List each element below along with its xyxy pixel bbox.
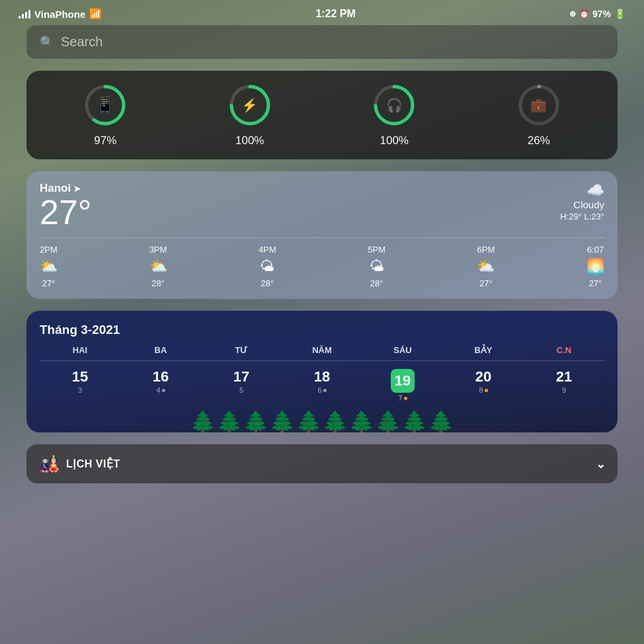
calendar-widget[interactable]: Tháng 3-2021 HAI BA TƯ NĂM SÁU BẢY C.N 1…: [26, 311, 618, 432]
weather-temperature: 27°: [40, 195, 92, 229]
dot-16: [162, 389, 165, 392]
forecast-item-5: 6:07 🌅 27°: [586, 245, 604, 288]
lich-viet-left: 🎎 LỊCH VIỆT: [38, 454, 120, 474]
lich-viet-icon: 🎎: [38, 454, 60, 474]
phone-ring: 📱: [83, 83, 128, 128]
forecast-item-3: 5PM 🌤 28°: [368, 245, 385, 288]
cal-day-17[interactable]: 17 5: [201, 366, 282, 405]
weather-hi-lo: H:29° L:23°: [560, 212, 604, 221]
day-sun: C.N: [524, 345, 604, 355]
cloud-icon: ☁️: [586, 182, 604, 198]
cal-day-21[interactable]: 21 9: [524, 366, 604, 405]
forecast-item-0: 2PM ⛅ 27°: [40, 245, 58, 288]
battery-widget: 📱 97% ⚡ 100% 🎧 10: [26, 71, 618, 159]
day-thu: NĂM: [282, 345, 362, 355]
status-left: VinaPhone 📶: [19, 8, 102, 20]
cal-day-20[interactable]: 20 8: [443, 366, 524, 405]
search-placeholder: Search: [61, 34, 102, 50]
calendar-title: Tháng 3-2021: [40, 323, 604, 337]
day-sat: BẢY: [443, 345, 524, 355]
case-percent: 26%: [528, 134, 550, 147]
weather-forecast: 2PM ⛅ 27° 3PM ⛅ 28° 4PM 🌤 28° 5PM 🌤 28° …: [40, 237, 604, 288]
day-fri: SÁU: [362, 345, 443, 355]
day-wed: TƯ: [201, 345, 282, 355]
battery-item-case: 💼 26%: [512, 83, 565, 147]
cal-day-15[interactable]: 15 3: [40, 366, 120, 405]
airpods-l-percent: 100%: [235, 134, 264, 147]
airpods-r-percent: 100%: [380, 134, 409, 147]
status-bar: VinaPhone 📶 1:22 PM ⊕ ⏰ 97% 🔋: [0, 0, 644, 25]
case-icon: 💼: [530, 97, 547, 113]
case-ring: 💼: [516, 83, 561, 128]
status-time: 1:22 PM: [315, 8, 355, 20]
weather-condition: Cloudy: [560, 199, 604, 210]
airpods-l-icon: ⚡: [241, 97, 258, 113]
weather-top: Hanoi ➤ 27° ☁️ Cloudy H:29° L:23°: [40, 182, 604, 231]
weather-right: ☁️ Cloudy H:29° L:23°: [560, 182, 604, 221]
location-arrow-icon: ➤: [73, 184, 81, 194]
forecast-icon-5: 🌅: [586, 258, 604, 275]
status-right: ⊕ ⏰ 97% 🔋: [569, 9, 625, 19]
airpods-r-ring: 🎧: [372, 83, 417, 128]
forecast-icon-2: 🌤: [260, 258, 274, 275]
forecast-icon-0: ⛅: [40, 258, 58, 275]
main-content: 🔍 Search 📱 97% ⚡ 100%: [0, 25, 644, 483]
forecast-item-4: 6PM ⛅ 27°: [477, 245, 495, 288]
day-mon: HAI: [40, 345, 120, 355]
calendar-header: HAI BA TƯ NĂM SÁU BẢY C.N: [40, 345, 604, 361]
search-icon: 🔍: [40, 35, 54, 50]
dot-20: [485, 389, 488, 392]
carrier-label: VinaPhone: [34, 9, 85, 20]
airpods-r-icon: 🎧: [386, 97, 403, 113]
forecast-icon-4: ⛅: [477, 258, 495, 275]
calendar-trees-decoration: 🌲🌲🌲🌲🌲🌲🌲🌲🌲🌲: [40, 411, 604, 432]
phone-icon: 📱: [95, 96, 115, 114]
dot-19: [404, 397, 407, 400]
search-bar[interactable]: 🔍 Search: [26, 25, 618, 59]
forecast-item-1: 3PM ⛅ 28°: [149, 245, 167, 288]
battery-item-airpods-l: ⚡ 100%: [223, 83, 276, 147]
forecast-icon-1: ⛅: [149, 258, 167, 275]
battery-icon: 🔋: [614, 9, 625, 19]
chevron-down-icon[interactable]: ⌄: [596, 457, 606, 471]
cal-day-18[interactable]: 18 6: [282, 366, 362, 405]
calendar-row: 15 3 16 4 17 5 18 6 19 7: [40, 366, 604, 405]
cal-day-16[interactable]: 16 4: [120, 366, 201, 405]
cal-day-19-today[interactable]: 19 7: [362, 366, 443, 405]
dot-18: [323, 389, 327, 392]
phone-percent: 97%: [94, 134, 116, 147]
weather-left: Hanoi ➤ 27°: [40, 182, 92, 231]
battery-item-phone: 📱 97%: [79, 83, 132, 147]
signal-bars: [19, 10, 30, 19]
alarm-icon: ⏰: [579, 9, 589, 19]
location-icon: ⊕: [569, 9, 576, 19]
lich-viet-widget[interactable]: 🎎 LỊCH VIỆT ⌄: [26, 444, 618, 483]
wifi-icon: 📶: [89, 8, 102, 20]
battery-item-airpods-r: 🎧 100%: [368, 83, 421, 147]
forecast-item-2: 4PM 🌤 28°: [259, 245, 276, 288]
battery-label: 97%: [592, 9, 611, 19]
forecast-icon-3: 🌤: [370, 258, 384, 275]
weather-widget[interactable]: Hanoi ➤ 27° ☁️ Cloudy H:29° L:23° 2PM ⛅ …: [26, 171, 618, 299]
lich-viet-name: LỊCH VIỆT: [66, 458, 120, 470]
airpods-l-ring: ⚡: [227, 83, 272, 128]
day-tue: BA: [120, 345, 201, 355]
